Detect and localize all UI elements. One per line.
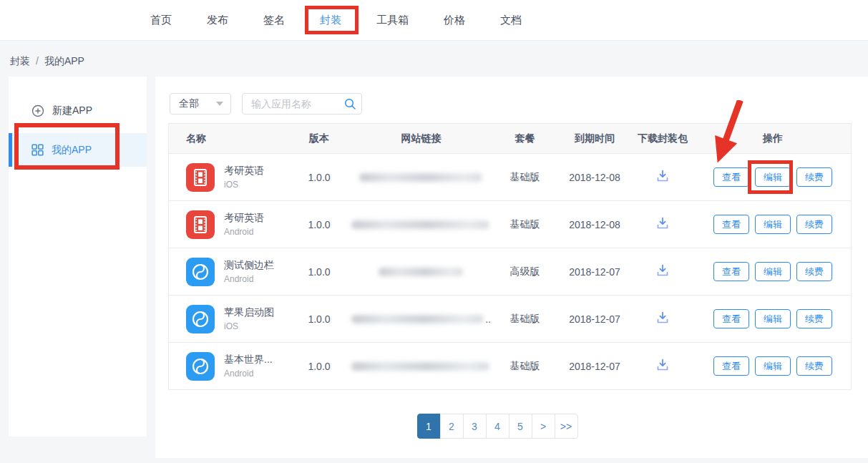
renew-button[interactable]: 续费 xyxy=(796,167,832,187)
link-suffix: .. xyxy=(485,313,491,325)
app-platform: iOS xyxy=(224,180,264,190)
main-panel: 全部 名称 版本 网站链接 套餐 到期时间 下载封装包 操作 xyxy=(155,77,868,458)
page-button-1[interactable]: 1 xyxy=(417,414,441,439)
breadcrumb: 封装/我的APP xyxy=(10,55,84,68)
app-expiry: 2018-12-08 xyxy=(559,219,630,230)
edit-button[interactable]: 编辑 xyxy=(755,309,791,328)
view-button[interactable]: 查看 xyxy=(713,309,749,328)
nav-item-toolbox[interactable]: 工具箱 xyxy=(376,0,409,41)
edit-button[interactable]: 编辑 xyxy=(755,262,791,281)
view-button[interactable]: 查看 xyxy=(713,262,749,281)
renew-button[interactable]: 续费 xyxy=(796,215,832,234)
app-plan: 基础版 xyxy=(491,360,559,373)
app-platform: Android xyxy=(224,227,264,237)
table-row: 考研英语 iOS 1.0.0 基础版 2018-12-08 查看 编辑 续费 xyxy=(169,153,851,200)
chevron-down-icon xyxy=(216,102,223,106)
sidebar-item-new-app[interactable]: 新建APP xyxy=(9,97,147,125)
app-name: 考研英语 xyxy=(224,212,264,225)
sidebar-item-my-app[interactable]: 我的APP xyxy=(9,133,147,167)
nav-item-package[interactable]: 封装 xyxy=(320,0,341,41)
category-dropdown[interactable]: 全部 xyxy=(170,93,231,114)
website-link-blurred xyxy=(379,268,463,276)
download-icon[interactable] xyxy=(655,310,670,326)
breadcrumb-section[interactable]: 封装 xyxy=(10,55,30,67)
table-row: 测试侧边栏 Android 1.0.0 高级版 2018-12-07 查看 编辑… xyxy=(169,248,851,295)
nav-item-home[interactable]: 首页 xyxy=(150,0,172,41)
search-icon[interactable] xyxy=(343,97,356,113)
film-icon xyxy=(186,210,215,239)
col-header-version: 版本 xyxy=(287,132,351,145)
top-navigation-bar: 首页 发布 签名 封装 工具箱 价格 文档 xyxy=(0,0,868,41)
app-version: 1.0.0 xyxy=(287,219,351,230)
page-button-2[interactable]: 2 xyxy=(440,414,464,439)
app-name: 测试侧边栏 xyxy=(224,259,274,272)
app-platform: Android xyxy=(224,274,274,284)
view-button[interactable]: 查看 xyxy=(713,167,749,187)
category-dropdown-value: 全部 xyxy=(179,97,199,110)
sidebar-item-label: 我的APP xyxy=(52,144,92,157)
renew-button[interactable]: 续费 xyxy=(796,309,832,328)
grid-icon xyxy=(31,144,44,156)
app-expiry: 2018-12-07 xyxy=(559,313,630,325)
page: 首页 发布 签名 封装 工具箱 价格 文档 封装/我的APP 新建APP 我的A… xyxy=(0,0,868,463)
app-expiry: 2018-12-07 xyxy=(559,361,630,372)
nav-item-publish[interactable]: 发布 xyxy=(207,0,228,41)
pagination: 1 2 3 4 5 > >> xyxy=(155,414,839,439)
app-version: 1.0.0 xyxy=(287,313,351,325)
view-button[interactable]: 查看 xyxy=(713,215,749,234)
renew-button[interactable]: 续费 xyxy=(796,356,832,376)
app-plan: 基础版 xyxy=(491,313,559,326)
breadcrumb-separator: / xyxy=(36,55,39,67)
app-name: 考研英语 xyxy=(224,165,264,177)
website-link-blurred xyxy=(351,362,489,371)
edit-button[interactable]: 编辑 xyxy=(755,356,791,376)
last-page-button[interactable]: >> xyxy=(555,414,578,439)
download-icon[interactable] xyxy=(655,357,670,373)
website-link-blurred xyxy=(351,315,484,323)
download-icon[interactable] xyxy=(655,215,670,231)
filter-row: 全部 xyxy=(170,93,362,114)
app-plan: 基础版 xyxy=(491,218,559,231)
table-header-row: 名称 版本 网站链接 套餐 到期时间 下载封装包 操作 xyxy=(169,124,851,153)
edit-button[interactable]: 编辑 xyxy=(755,215,791,234)
website-link-blurred xyxy=(359,173,482,182)
col-header-actions: 操作 xyxy=(695,132,851,145)
view-button[interactable]: 查看 xyxy=(713,356,749,376)
col-header-link: 网站链接 xyxy=(351,132,491,145)
app-plan: 基础版 xyxy=(491,171,559,184)
table-row: 考研英语 Android 1.0.0 基础版 2018-12-08 查看 编辑 … xyxy=(169,200,851,248)
nav-item-price[interactable]: 价格 xyxy=(444,0,465,41)
s-circle-icon xyxy=(186,352,215,381)
next-page-button[interactable]: > xyxy=(532,414,555,439)
col-header-expiry: 到期时间 xyxy=(559,132,630,145)
app-expiry: 2018-12-07 xyxy=(559,266,630,278)
col-header-download: 下载封装包 xyxy=(630,132,695,145)
film-icon xyxy=(186,163,215,192)
app-version: 1.0.0 xyxy=(287,361,351,372)
s-circle-icon xyxy=(186,258,215,286)
app-version: 1.0.0 xyxy=(287,266,351,278)
page-button-4[interactable]: 4 xyxy=(486,414,509,439)
plus-circle-icon xyxy=(31,104,44,117)
page-button-3[interactable]: 3 xyxy=(463,414,487,439)
table-row: 基本世界... Android 1.0.0 基础版 2018-12-07 查看 … xyxy=(169,342,851,389)
page-button-5[interactable]: 5 xyxy=(509,414,532,439)
col-header-name: 名称 xyxy=(169,132,287,145)
app-version: 1.0.0 xyxy=(287,172,351,183)
website-link-blurred xyxy=(351,220,489,229)
app-name: 基本世界... xyxy=(224,354,273,366)
app-platform: iOS xyxy=(224,321,274,331)
sidebar: 新建APP 我的APP xyxy=(9,77,147,437)
app-platform: Android xyxy=(224,369,273,379)
main-nav: 首页 发布 签名 封装 工具箱 价格 文档 xyxy=(150,0,522,41)
app-plan: 高级版 xyxy=(491,265,559,278)
edit-button[interactable]: 编辑 xyxy=(755,167,791,187)
app-name: 苹果启动图 xyxy=(224,306,274,319)
nav-item-docs[interactable]: 文档 xyxy=(500,0,522,41)
download-icon[interactable] xyxy=(655,263,670,278)
download-icon[interactable] xyxy=(655,168,670,184)
sidebar-item-label: 新建APP xyxy=(52,104,92,117)
nav-item-sign[interactable]: 签名 xyxy=(263,0,285,41)
app-expiry: 2018-12-08 xyxy=(559,172,630,183)
renew-button[interactable]: 续费 xyxy=(796,262,832,281)
